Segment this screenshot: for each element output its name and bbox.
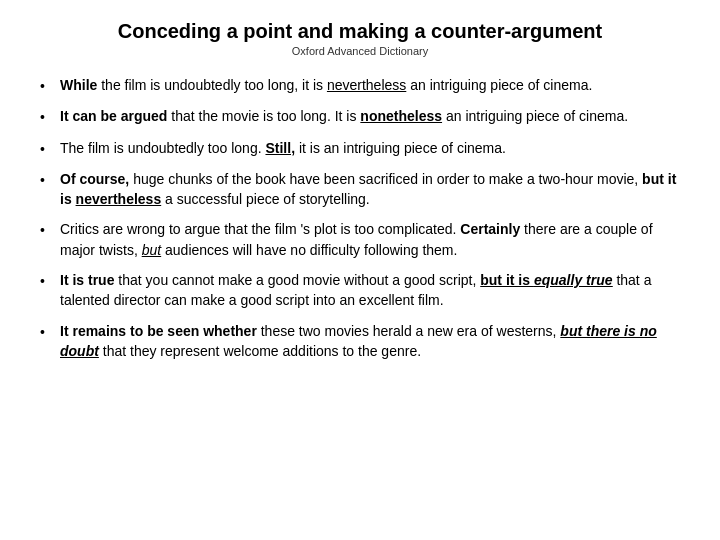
title-section: Conceding a point and making a counter-a… [40,20,680,57]
bullet-dot: • [40,322,60,342]
list-item: •While the film is undoubtedly too long,… [40,75,680,96]
bullet-dot: • [40,76,60,96]
list-item: •Of course, huge chunks of the book have… [40,169,680,210]
bullet-text: Critics are wrong to argue that the film… [60,219,680,260]
list-item: •The film is undoubtedly too long. Still… [40,138,680,159]
bullet-text: Of course, huge chunks of the book have … [60,169,680,210]
bullet-text: The film is undoubtedly too long. Still,… [60,138,680,158]
page: Conceding a point and making a counter-a… [0,0,720,540]
list-item: •It can be argued that the movie is too … [40,106,680,127]
bullet-text: It is true that you cannot make a good m… [60,270,680,311]
subtitle: Oxford Advanced Dictionary [40,45,680,57]
bullet-text: While the film is undoubtedly too long, … [60,75,680,95]
bullet-text: It remains to be seen whether these two … [60,321,680,362]
bullet-dot: • [40,271,60,291]
bullet-dot: • [40,107,60,127]
main-title: Conceding a point and making a counter-a… [40,20,680,43]
list-item: •It remains to be seen whether these two… [40,321,680,362]
bullet-dot: • [40,220,60,240]
bullet-list: •While the film is undoubtedly too long,… [40,75,680,361]
bullet-dot: • [40,139,60,159]
bullet-text: It can be argued that the movie is too l… [60,106,680,126]
list-item: •It is true that you cannot make a good … [40,270,680,311]
list-item: •Critics are wrong to argue that the fil… [40,219,680,260]
bullet-dot: • [40,170,60,190]
